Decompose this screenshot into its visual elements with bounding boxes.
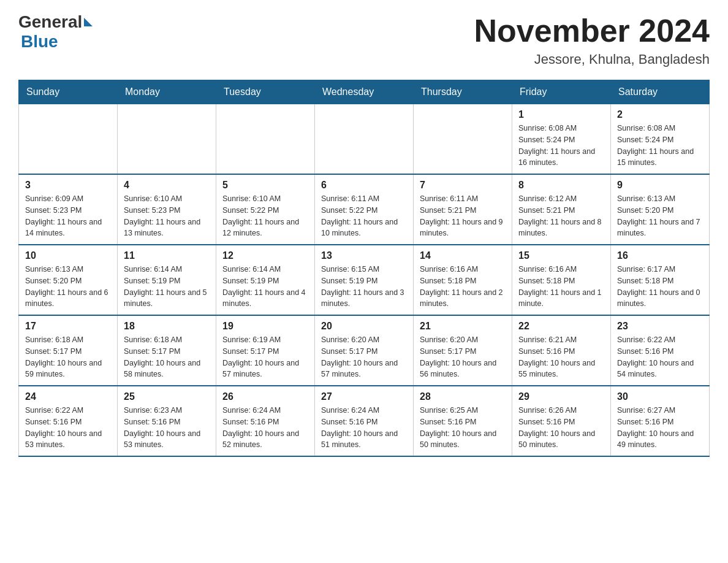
day-number: 22 xyxy=(518,321,604,332)
calendar-cell: 1Sunrise: 6:08 AMSunset: 5:24 PMDaylight… xyxy=(512,104,611,175)
calendar-cell: 7Sunrise: 6:11 AMSunset: 5:21 PMDaylight… xyxy=(414,174,512,245)
day-info: Sunrise: 6:20 AMSunset: 5:17 PMDaylight:… xyxy=(321,334,407,380)
calendar-header-wednesday: Wednesday xyxy=(315,80,414,104)
day-info: Sunrise: 6:27 AMSunset: 5:16 PMDaylight:… xyxy=(617,405,703,451)
day-number: 28 xyxy=(420,391,506,402)
calendar-cell: 19Sunrise: 6:19 AMSunset: 5:17 PMDayligh… xyxy=(216,315,315,386)
calendar-header-tuesday: Tuesday xyxy=(216,80,315,104)
day-number: 23 xyxy=(617,321,703,332)
calendar-cell: 8Sunrise: 6:12 AMSunset: 5:21 PMDaylight… xyxy=(512,174,611,245)
day-number: 13 xyxy=(321,250,407,261)
day-number: 3 xyxy=(25,180,111,191)
day-number: 27 xyxy=(321,391,407,402)
calendar-cell: 17Sunrise: 6:18 AMSunset: 5:17 PMDayligh… xyxy=(19,315,118,386)
month-year-title: November 2024 xyxy=(474,12,710,49)
calendar-cell: 29Sunrise: 6:26 AMSunset: 5:16 PMDayligh… xyxy=(512,386,611,456)
day-number: 6 xyxy=(321,180,407,191)
day-info: Sunrise: 6:12 AMSunset: 5:21 PMDaylight:… xyxy=(518,193,604,239)
day-number: 11 xyxy=(124,250,210,261)
day-info: Sunrise: 6:10 AMSunset: 5:22 PMDaylight:… xyxy=(222,193,308,239)
calendar-cell: 5Sunrise: 6:10 AMSunset: 5:22 PMDaylight… xyxy=(216,174,315,245)
day-info: Sunrise: 6:20 AMSunset: 5:17 PMDaylight:… xyxy=(420,334,506,380)
day-number: 26 xyxy=(222,391,308,402)
day-number: 2 xyxy=(617,109,703,120)
calendar-cell xyxy=(118,104,216,175)
day-number: 5 xyxy=(222,180,308,191)
day-info: Sunrise: 6:15 AMSunset: 5:19 PMDaylight:… xyxy=(321,264,407,310)
day-info: Sunrise: 6:16 AMSunset: 5:18 PMDaylight:… xyxy=(518,264,604,310)
calendar-cell: 4Sunrise: 6:10 AMSunset: 5:23 PMDaylight… xyxy=(118,174,216,245)
day-info: Sunrise: 6:16 AMSunset: 5:18 PMDaylight:… xyxy=(420,264,506,310)
calendar-cell: 9Sunrise: 6:13 AMSunset: 5:20 PMDaylight… xyxy=(611,174,710,245)
day-number: 25 xyxy=(124,391,210,402)
calendar-cell: 14Sunrise: 6:16 AMSunset: 5:18 PMDayligh… xyxy=(414,245,512,315)
day-info: Sunrise: 6:14 AMSunset: 5:19 PMDaylight:… xyxy=(222,264,308,310)
calendar-cell: 24Sunrise: 6:22 AMSunset: 5:16 PMDayligh… xyxy=(19,386,118,456)
day-info: Sunrise: 6:18 AMSunset: 5:17 PMDaylight:… xyxy=(124,334,210,380)
calendar-cell: 27Sunrise: 6:24 AMSunset: 5:16 PMDayligh… xyxy=(315,386,414,456)
day-info: Sunrise: 6:11 AMSunset: 5:21 PMDaylight:… xyxy=(420,193,506,239)
calendar-week-row: 10Sunrise: 6:13 AMSunset: 5:20 PMDayligh… xyxy=(19,245,710,315)
calendar-cell: 21Sunrise: 6:20 AMSunset: 5:17 PMDayligh… xyxy=(414,315,512,386)
calendar-week-row: 17Sunrise: 6:18 AMSunset: 5:17 PMDayligh… xyxy=(19,315,710,386)
day-number: 21 xyxy=(420,321,506,332)
calendar-cell xyxy=(19,104,118,175)
calendar-header-thursday: Thursday xyxy=(414,80,512,104)
calendar-cell xyxy=(216,104,315,175)
calendar-cell xyxy=(315,104,414,175)
day-info: Sunrise: 6:22 AMSunset: 5:16 PMDaylight:… xyxy=(25,405,111,451)
calendar-header-row: SundayMondayTuesdayWednesdayThursdayFrid… xyxy=(19,80,710,104)
page-header: General Blue November 2024 Jessore, Khul… xyxy=(18,12,710,67)
logo-text-blue: Blue xyxy=(21,32,58,51)
day-info: Sunrise: 6:10 AMSunset: 5:23 PMDaylight:… xyxy=(124,193,210,239)
title-section: November 2024 Jessore, Khulna, Banglades… xyxy=(474,12,710,67)
location-subtitle: Jessore, Khulna, Bangladesh xyxy=(474,52,710,67)
day-number: 9 xyxy=(617,180,703,191)
day-info: Sunrise: 6:08 AMSunset: 5:24 PMDaylight:… xyxy=(518,123,604,169)
day-info: Sunrise: 6:18 AMSunset: 5:17 PMDaylight:… xyxy=(25,334,111,380)
day-number: 12 xyxy=(222,250,308,261)
day-number: 29 xyxy=(518,391,604,402)
day-info: Sunrise: 6:26 AMSunset: 5:16 PMDaylight:… xyxy=(518,405,604,451)
calendar-cell: 22Sunrise: 6:21 AMSunset: 5:16 PMDayligh… xyxy=(512,315,611,386)
day-info: Sunrise: 6:24 AMSunset: 5:16 PMDaylight:… xyxy=(321,405,407,451)
calendar-header-sunday: Sunday xyxy=(19,80,118,104)
day-info: Sunrise: 6:25 AMSunset: 5:16 PMDaylight:… xyxy=(420,405,506,451)
calendar-cell: 20Sunrise: 6:20 AMSunset: 5:17 PMDayligh… xyxy=(315,315,414,386)
day-number: 14 xyxy=(420,250,506,261)
calendar-cell: 10Sunrise: 6:13 AMSunset: 5:20 PMDayligh… xyxy=(19,245,118,315)
calendar-cell: 28Sunrise: 6:25 AMSunset: 5:16 PMDayligh… xyxy=(414,386,512,456)
day-info: Sunrise: 6:13 AMSunset: 5:20 PMDaylight:… xyxy=(25,264,111,310)
calendar-cell: 23Sunrise: 6:22 AMSunset: 5:16 PMDayligh… xyxy=(611,315,710,386)
calendar-cell: 26Sunrise: 6:24 AMSunset: 5:16 PMDayligh… xyxy=(216,386,315,456)
day-number: 18 xyxy=(124,321,210,332)
day-info: Sunrise: 6:13 AMSunset: 5:20 PMDaylight:… xyxy=(617,193,703,239)
logo: General Blue xyxy=(18,12,93,52)
day-info: Sunrise: 6:14 AMSunset: 5:19 PMDaylight:… xyxy=(124,264,210,310)
day-number: 30 xyxy=(617,391,703,402)
calendar-cell: 6Sunrise: 6:11 AMSunset: 5:22 PMDaylight… xyxy=(315,174,414,245)
day-info: Sunrise: 6:23 AMSunset: 5:16 PMDaylight:… xyxy=(124,405,210,451)
logo-text-general: General xyxy=(18,12,82,32)
calendar-week-row: 24Sunrise: 6:22 AMSunset: 5:16 PMDayligh… xyxy=(19,386,710,456)
calendar-cell: 18Sunrise: 6:18 AMSunset: 5:17 PMDayligh… xyxy=(118,315,216,386)
day-number: 17 xyxy=(25,321,111,332)
calendar-header-saturday: Saturday xyxy=(611,80,710,104)
calendar-table: SundayMondayTuesdayWednesdayThursdayFrid… xyxy=(18,80,710,457)
day-number: 4 xyxy=(124,180,210,191)
day-info: Sunrise: 6:24 AMSunset: 5:16 PMDaylight:… xyxy=(222,405,308,451)
day-info: Sunrise: 6:08 AMSunset: 5:24 PMDaylight:… xyxy=(617,123,703,169)
calendar-header-friday: Friday xyxy=(512,80,611,104)
day-number: 10 xyxy=(25,250,111,261)
calendar-cell: 13Sunrise: 6:15 AMSunset: 5:19 PMDayligh… xyxy=(315,245,414,315)
day-number: 20 xyxy=(321,321,407,332)
day-number: 7 xyxy=(420,180,506,191)
day-info: Sunrise: 6:09 AMSunset: 5:23 PMDaylight:… xyxy=(25,193,111,239)
day-number: 15 xyxy=(518,250,604,261)
calendar-week-row: 1Sunrise: 6:08 AMSunset: 5:24 PMDaylight… xyxy=(19,104,710,175)
day-info: Sunrise: 6:21 AMSunset: 5:16 PMDaylight:… xyxy=(518,334,604,380)
calendar-cell: 2Sunrise: 6:08 AMSunset: 5:24 PMDaylight… xyxy=(611,104,710,175)
day-info: Sunrise: 6:22 AMSunset: 5:16 PMDaylight:… xyxy=(617,334,703,380)
day-info: Sunrise: 6:17 AMSunset: 5:18 PMDaylight:… xyxy=(617,264,703,310)
calendar-cell: 11Sunrise: 6:14 AMSunset: 5:19 PMDayligh… xyxy=(118,245,216,315)
